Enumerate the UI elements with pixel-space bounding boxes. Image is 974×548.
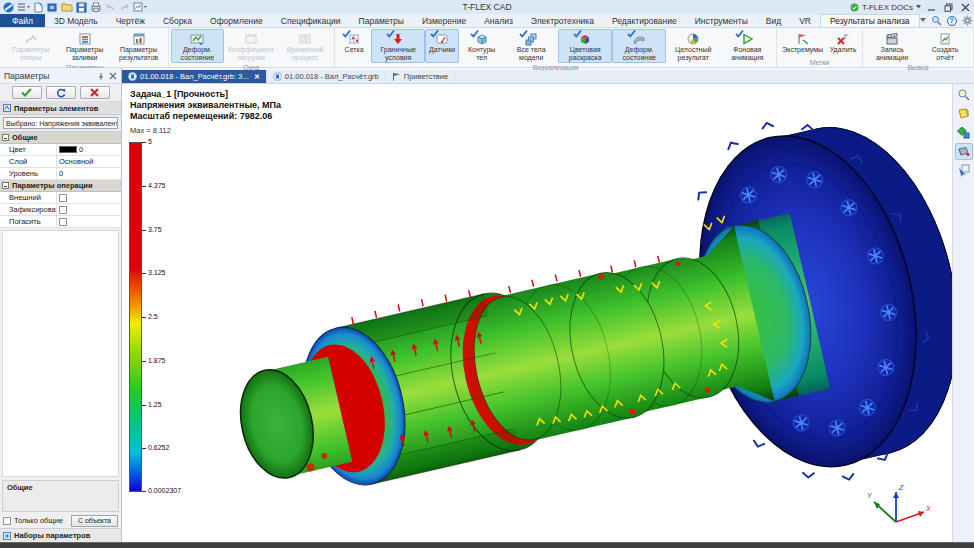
panel-close-icon[interactable] — [109, 72, 117, 80]
ribbon-collapse-icon[interactable] — [920, 18, 926, 23]
doc-tab-active[interactable]: 01.00.018 - Вал_Расчёт.grb: З... ✕ — [122, 70, 267, 83]
param-row-layer: Слой Основной — [0, 156, 121, 168]
ribbon-button-background-animation[interactable]: Фоновая анимация — [720, 29, 774, 63]
checkbox-suppress[interactable] — [59, 218, 67, 226]
collapse-icon[interactable] — [2, 182, 9, 189]
cancel-button[interactable] — [80, 86, 110, 99]
tab-drawing[interactable]: Чертёж — [107, 14, 154, 27]
tab-measure[interactable]: Измерение — [413, 14, 475, 27]
shading-mode-button[interactable] — [955, 124, 973, 141]
axis-y-label: Y — [867, 492, 873, 499]
all-bodies-icon — [523, 31, 539, 46]
undo-icon — [105, 3, 116, 12]
ribbon-button-color-shading[interactable]: Цветовая раскраска — [558, 29, 612, 63]
document-icon — [273, 72, 282, 81]
coordinate-triad: Y Z X — [862, 478, 936, 536]
collapse-icon[interactable] — [2, 134, 9, 141]
param-row-fix: Зафиксировать п — [0, 204, 121, 216]
checkbox-only-common[interactable] — [3, 517, 11, 525]
print-icon[interactable] — [90, 2, 102, 12]
minimize-button[interactable] — [927, 3, 936, 12]
tab-analysis-results[interactable]: Результаты анализа — [820, 14, 920, 27]
ribbon-button-extremes[interactable]: Экстремумы — [779, 29, 826, 58]
app-logo-icon[interactable] — [3, 2, 14, 13]
time-process-icon — [297, 31, 313, 46]
ribbon-button-body-contours[interactable]: Контуры тел — [459, 29, 504, 63]
ribbon-button-result-parameters[interactable]: Параметры результатов — [112, 29, 166, 63]
close-tab-icon[interactable]: ✕ — [254, 73, 260, 81]
ribbon-button-deform-state-viz[interactable]: Деформ. состояние — [612, 29, 666, 63]
preview-icon[interactable] — [133, 2, 147, 12]
color-scale-legend: 5 4.375 3.75 3.125 2.5 1.875 1.25 0.6252… — [129, 142, 189, 508]
deform-state-window-icon — [189, 31, 205, 46]
tab-specifications[interactable]: Спецификации — [272, 14, 350, 27]
only-common-label: Только общие — [14, 516, 63, 525]
doc-tab-welcome[interactable]: Приветствие — [386, 70, 455, 83]
tab-view[interactable]: Вид — [757, 14, 790, 27]
work-plane-button[interactable] — [955, 105, 973, 122]
elements-section-title: Параметры элементов — [14, 104, 98, 113]
doc-tab-inactive[interactable]: 01.00.018 - Вал_Расчёт.grb — [267, 70, 386, 83]
ribbon-button-create-report[interactable]: Создать отчёт — [919, 29, 971, 63]
open-folder-icon[interactable] — [61, 2, 73, 12]
result-type: Напряжения эквивалентные, МПа — [130, 100, 281, 111]
checkbox-external[interactable] — [59, 194, 67, 202]
tab-analysis[interactable]: Анализ — [475, 14, 522, 27]
tab-editing[interactable]: Редактирование — [603, 14, 686, 27]
delete-labels-icon — [835, 31, 851, 46]
help-icon[interactable]: ? — [947, 16, 957, 26]
color-swatch[interactable] — [59, 146, 77, 153]
param-row-color: Цвет 0 — [0, 144, 121, 156]
param-row-level: Уровень 0 — [0, 168, 121, 180]
tab-annotation[interactable]: Оформление — [201, 14, 272, 27]
ribbon-button-load-coefficient: Коэффициент нагрузки — [224, 29, 278, 63]
tab-vr[interactable]: VR — [790, 14, 820, 27]
refresh-button[interactable] — [46, 86, 76, 99]
ribbon-group-output: Запись анимации Создать отчёт Вывод — [863, 28, 974, 67]
zoom-tool-button[interactable] — [955, 86, 973, 103]
tab-assembly[interactable]: Сборка — [154, 14, 201, 27]
save-icon[interactable] — [76, 2, 87, 13]
ribbon-button-record-animation[interactable]: Запись анимации — [865, 29, 919, 63]
boundary-conditions-icon — [390, 31, 406, 46]
panel-title: Параметры — [4, 71, 49, 81]
new-document-icon[interactable] — [33, 2, 44, 13]
close-button[interactable] — [961, 3, 970, 12]
fill-parameters-icon — [77, 31, 93, 46]
result-selector[interactable]: Выбрано: Напряжения эквивалентны — [3, 117, 118, 129]
ribbon-group-parameters: Параметры эпюры Параметры заливки Параме… — [2, 28, 169, 67]
pointer-mode-button[interactable] — [955, 162, 973, 179]
ribbon-button-fill-parameters[interactable]: Параметры заливки — [58, 29, 112, 63]
ribbon-button-delete-labels[interactable]: Удалить — [826, 29, 860, 58]
tflex-docs-button[interactable]: T-FLEX DOCs — [850, 3, 921, 12]
ribbon-button-all-bodies[interactable]: Все тела модели — [504, 29, 558, 63]
param-row-suppress: Погасить — [0, 216, 121, 228]
param-sets-bar[interactable]: Наборы параметров — [14, 531, 90, 540]
tab-electrical[interactable]: Электротехника — [522, 14, 603, 27]
tab-parameters[interactable]: Параметры — [350, 14, 413, 27]
integral-result-icon — [685, 31, 701, 46]
background-animation-icon — [739, 31, 755, 46]
ribbon-button-mesh[interactable]: Сетка — [337, 29, 371, 63]
open-model-icon[interactable] — [47, 2, 58, 13]
pin-icon[interactable] — [97, 72, 105, 80]
3d-viewport[interactable]: Задача_1 [Прочность] Напряжения эквивале… — [122, 84, 952, 542]
extremes-icon — [795, 31, 811, 46]
from-object-button[interactable]: С объекта — [71, 515, 118, 527]
apply-button[interactable] — [12, 86, 42, 99]
ribbon-button-boundary-conditions[interactable]: Граничные условия — [371, 29, 425, 63]
menu-icon[interactable] — [17, 2, 30, 12]
ribbon-button-sensors[interactable]: Датчики — [425, 29, 459, 63]
checkbox-fix[interactable] — [59, 206, 67, 214]
max-value-label: Max = 8.112 — [130, 126, 171, 135]
tab-3d-model[interactable]: 3D Модель — [45, 14, 107, 27]
caret-down-icon — [916, 5, 921, 9]
search-window-icon[interactable] — [931, 15, 942, 26]
ribbon-button-integral-result[interactable]: Целостный результат — [666, 29, 720, 63]
ribbon-button-deform-state-window[interactable]: Деформ. состояние — [171, 29, 225, 63]
tab-tools[interactable]: Инструменты — [686, 14, 757, 27]
gear-icon[interactable] — [962, 15, 973, 26]
section-view-button[interactable] — [955, 143, 973, 160]
tab-file[interactable]: Файл — [0, 14, 45, 27]
restore-button[interactable] — [944, 3, 953, 12]
